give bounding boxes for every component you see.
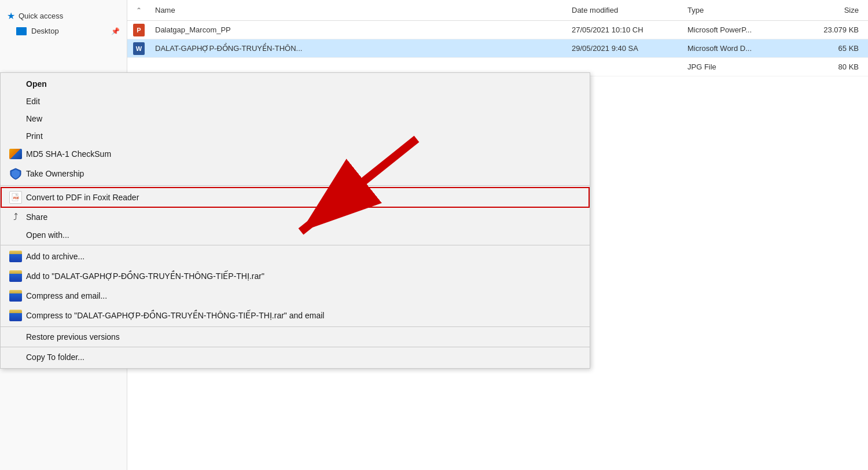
menu-label-edit: Edit: [26, 97, 40, 106]
header-type[interactable]: Type: [683, 3, 799, 17]
file-date: [567, 65, 683, 69]
rar-icon-3: [8, 290, 24, 302]
menu-label-add-archive: Add to archive...: [26, 252, 84, 261]
menu-item-open[interactable]: Open: [1, 75, 590, 93]
table-row[interactable]: Dalatgap_Marcom_PP 27/05/2021 10:10 CH M…: [127, 21, 868, 39]
foxit-icon: PDF: [8, 191, 24, 204]
menu-label-md5: MD5 SHA-1 CheckSum: [26, 149, 111, 159]
menu-item-share[interactable]: ⤴ Share: [1, 208, 590, 226]
desktop-icon: [16, 27, 27, 35]
menu-item-copy-to[interactable]: Copy To folder...: [1, 348, 590, 366]
menu-item-restore[interactable]: Restore previous versions: [1, 328, 590, 346]
menu-separator: [1, 185, 590, 186]
header-name[interactable]: Name: [150, 3, 567, 17]
word-icon: [133, 42, 145, 55]
file-date: 27/05/2021 10:10 CH: [567, 23, 683, 36]
star-icon: ★: [7, 10, 15, 21]
ppt-icon: [133, 24, 145, 36]
file-date: 29/05/2021 9:40 SA: [567, 42, 683, 55]
context-menu: Open Edit New Print MD5 SHA-1 CheckSum T…: [0, 72, 590, 369]
menu-label-restore: Restore previous versions: [26, 332, 120, 342]
menu-separator-4: [1, 347, 590, 347]
file-list-header: ⌃ Name Date modified Type Size: [127, 0, 868, 21]
menu-item-compress-email[interactable]: Compress and email...: [1, 286, 590, 306]
chevron-up-icon: ⌃: [127, 6, 150, 14]
file-type: JPG File: [683, 60, 799, 74]
menu-item-ownership[interactable]: Take Ownership: [1, 163, 590, 184]
menu-label-open: Open: [26, 79, 47, 89]
file-size: 65 KB: [799, 42, 868, 55]
file-name: [150, 65, 567, 69]
header-date[interactable]: Date modified: [567, 3, 683, 17]
pin-icon: 📌: [111, 27, 120, 35]
file-type: Microsoft PowerP...: [683, 23, 799, 36]
shield-icon: [8, 167, 24, 180]
menu-separator-2: [1, 245, 590, 245]
sidebar-item-desktop[interactable]: Desktop 📌: [0, 24, 127, 38]
quick-access-item[interactable]: ★ Quick access: [0, 6, 127, 24]
menu-label-add-named: Add to "DALAT-GAPHỢP-ĐỒNG-TRUYỀN-THÔNG-T…: [26, 271, 264, 281]
menu-item-new[interactable]: New: [1, 110, 590, 127]
file-name: DALAT-GAPHỢP-ĐỒNG-TRUYỀN-THÔN...: [150, 42, 567, 55]
menu-label-print: Print: [26, 131, 43, 141]
rar-icon-2: [8, 270, 24, 282]
table-row[interactable]: DALAT-GAPHỢP-ĐỒNG-TRUYỀN-THÔN... 29/05/2…: [127, 39, 868, 58]
menu-label-compress-named: Compress to "DALAT-GAPHỢP-ĐỒNG-TRUYỀN-TH…: [26, 311, 324, 320]
header-size[interactable]: Size: [799, 3, 868, 17]
file-icon-cell: [127, 24, 150, 36]
menu-item-md5[interactable]: MD5 SHA-1 CheckSum: [1, 145, 590, 163]
rar-icon-1: [8, 251, 24, 262]
menu-label-compress-email: Compress and email...: [26, 291, 107, 300]
menu-label-ownership: Take Ownership: [26, 169, 84, 178]
quick-access-label: Quick access: [19, 12, 63, 20]
menu-item-add-named[interactable]: Add to "DALAT-GAPHỢP-ĐỒNG-TRUYỀN-THÔNG-T…: [1, 266, 590, 286]
share-icon: ⤴: [8, 212, 24, 222]
menu-label-new: New: [26, 114, 42, 123]
menu-item-add-archive[interactable]: Add to archive...: [1, 247, 590, 266]
menu-item-edit[interactable]: Edit: [1, 93, 590, 110]
file-size: 23.079 KB: [799, 23, 868, 36]
menu-item-compress-named[interactable]: Compress to "DALAT-GAPHỢP-ĐỒNG-TRUYỀN-TH…: [1, 306, 590, 325]
menu-item-open-with[interactable]: Open with...: [1, 226, 590, 244]
menu-label-convert: Convert to PDF in Foxit Reader: [26, 193, 139, 202]
menu-label-open-with: Open with...: [26, 230, 69, 240]
menu-label-copy-to: Copy To folder...: [26, 352, 84, 362]
file-size: 80 KB: [799, 60, 868, 74]
svg-text:PDF: PDF: [13, 196, 19, 200]
file-name: Dalatgap_Marcom_PP: [150, 23, 567, 36]
md5-icon: [8, 149, 24, 159]
menu-label-share: Share: [26, 212, 47, 222]
menu-item-print[interactable]: Print: [1, 127, 590, 145]
menu-item-convert[interactable]: PDF Convert to PDF in Foxit Reader: [1, 187, 590, 208]
desktop-label: Desktop: [31, 27, 59, 35]
menu-separator-3: [1, 326, 590, 327]
rar-icon-4: [8, 310, 24, 321]
file-icon-cell: [127, 42, 150, 55]
file-type: Microsoft Word D...: [683, 42, 799, 55]
